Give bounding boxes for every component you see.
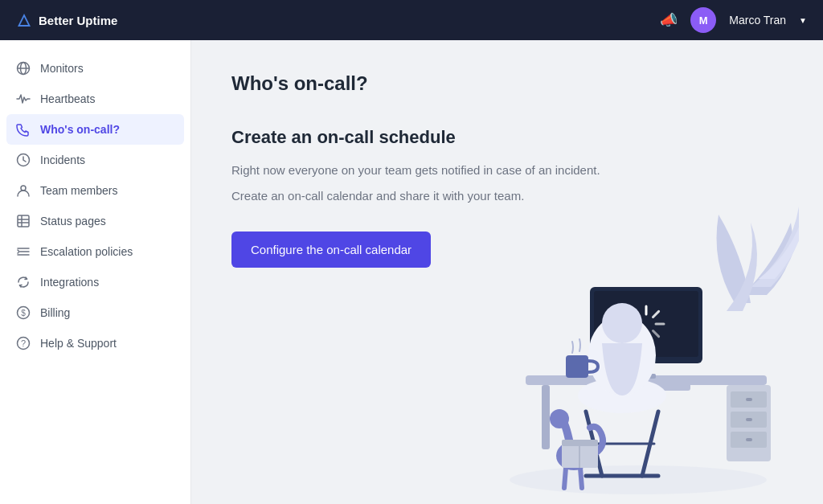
layout: Monitors Heartbeats Who's on-call? (0, 40, 823, 504)
sidebar-item-heartbeats[interactable]: Heartbeats (0, 84, 190, 114)
sidebar-label-incidents: Incidents (40, 154, 85, 166)
sidebar-item-billing[interactable]: $ Billing (0, 297, 190, 328)
pulse-icon (16, 92, 31, 106)
svg-point-41 (602, 303, 642, 343)
svg-line-52 (564, 468, 566, 488)
sidebar-item-escalation[interactable]: Escalation policies (0, 236, 190, 267)
svg-rect-47 (746, 398, 752, 401)
sidebar-label-escalation: Escalation policies (40, 245, 133, 258)
sidebar-item-monitors[interactable]: Monitors (0, 53, 190, 84)
main-content: Who's on-call? Create an on-call schedul… (191, 40, 823, 504)
sidebar-item-team-members[interactable]: Team members (0, 175, 190, 206)
table-icon (16, 214, 31, 228)
svg-text:$: $ (21, 309, 26, 318)
svg-rect-7 (18, 215, 29, 227)
sidebar-item-whos-on-call[interactable]: Who's on-call? (6, 114, 184, 145)
sidebar-label-status-pages: Status pages (40, 215, 106, 227)
list-icon (16, 244, 31, 259)
svg-rect-42 (566, 355, 588, 378)
svg-rect-48 (746, 418, 752, 421)
svg-line-53 (580, 468, 582, 488)
sidebar-label-team-members: Team members (40, 184, 117, 197)
avatar: M (690, 7, 716, 33)
sidebar-item-incidents[interactable]: Incidents (0, 145, 190, 175)
card-title: Create an on-call schedule (231, 127, 633, 148)
brand-name: Better Uptime (39, 14, 117, 27)
phone-icon (16, 122, 31, 137)
clock-icon (16, 153, 31, 167)
sidebar-label-help: Help & Support (40, 337, 117, 350)
svg-point-18 (510, 465, 767, 494)
sidebar-label-monitors: Monitors (40, 62, 84, 75)
page-title: Who's on-call? (231, 72, 783, 95)
svg-point-51 (550, 409, 569, 428)
svg-rect-20 (542, 385, 550, 449)
sidebar-item-integrations[interactable]: Integrations (0, 267, 190, 297)
sidebar-label-whos-on-call: Who's on-call? (40, 123, 120, 136)
sidebar-label-integrations: Integrations (40, 276, 99, 289)
question-icon: ? (16, 336, 31, 350)
svg-rect-49 (746, 438, 752, 441)
brand-logo: Better Uptime (16, 12, 117, 28)
dollar-icon: $ (16, 305, 31, 320)
globe-icon (16, 61, 31, 76)
header-actions: 📣 M Marco Tran ▼ (660, 7, 807, 33)
user-name: Marco Tran (729, 14, 786, 27)
svg-point-6 (21, 186, 26, 191)
sidebar-item-status-pages[interactable]: Status pages (0, 206, 190, 236)
sync-icon (16, 275, 31, 289)
person-icon (16, 183, 31, 198)
app-header: Better Uptime 📣 M Marco Tran ▼ (0, 0, 823, 40)
notifications-icon[interactable]: 📣 (660, 11, 678, 29)
sidebar: Monitors Heartbeats Who's on-call? (0, 40, 191, 504)
sidebar-item-help[interactable]: ? Help & Support (0, 328, 190, 359)
illustration (461, 166, 799, 504)
logo-icon (16, 12, 32, 28)
configure-calendar-button[interactable]: Configure the on-call calendar (231, 232, 431, 268)
sidebar-label-billing: Billing (40, 306, 70, 319)
svg-text:?: ? (21, 338, 26, 348)
chevron-down-icon[interactable]: ▼ (799, 16, 807, 25)
sidebar-label-heartbeats: Heartbeats (40, 92, 95, 105)
